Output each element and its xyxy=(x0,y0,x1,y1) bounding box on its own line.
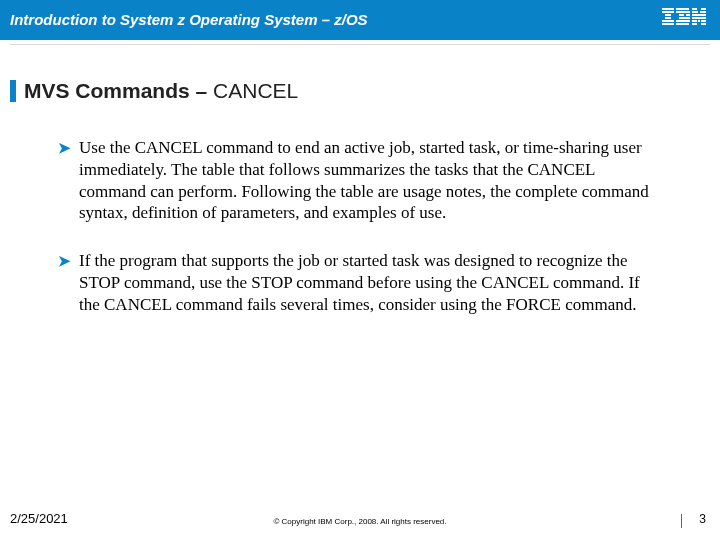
svg-rect-4 xyxy=(662,20,674,22)
list-item: ➤ If the program that supports the job o… xyxy=(58,250,662,315)
title-accent-bar xyxy=(10,80,16,102)
svg-rect-2 xyxy=(665,14,671,16)
footer-page-number: 3 xyxy=(699,512,706,526)
bullet-arrow-icon: ➤ xyxy=(58,137,71,224)
svg-rect-3 xyxy=(665,17,671,19)
svg-rect-9 xyxy=(686,14,690,16)
svg-rect-6 xyxy=(676,8,689,10)
svg-rect-19 xyxy=(699,14,706,16)
svg-rect-21 xyxy=(692,20,697,22)
svg-rect-7 xyxy=(676,11,690,13)
svg-rect-24 xyxy=(692,23,697,25)
header-divider xyxy=(10,44,710,45)
footer: 2/25/2021 3 xyxy=(0,511,720,526)
svg-rect-16 xyxy=(692,11,698,13)
list-item: ➤ Use the CANCEL command to end an activ… xyxy=(58,137,662,224)
svg-rect-25 xyxy=(701,23,706,25)
svg-rect-20 xyxy=(692,17,706,19)
bullet-text: If the program that supports the job or … xyxy=(79,250,662,315)
header-title: Introduction to System z Operating Syste… xyxy=(10,11,368,28)
bullet-arrow-icon: ➤ xyxy=(58,250,71,315)
svg-rect-10 xyxy=(679,17,690,19)
slide-title-bold: MVS Commands – xyxy=(24,79,213,102)
ibm-logo xyxy=(662,8,706,30)
svg-rect-14 xyxy=(692,8,697,10)
svg-rect-22 xyxy=(698,20,700,22)
content-area: ➤ Use the CANCEL command to end an activ… xyxy=(0,103,720,315)
slide-title-wrap: MVS Commands – CANCEL xyxy=(0,79,720,103)
svg-rect-17 xyxy=(700,11,706,13)
svg-rect-11 xyxy=(679,14,684,16)
header-bar: Introduction to System z Operating Syste… xyxy=(0,0,720,40)
footer-date: 2/25/2021 xyxy=(10,511,68,526)
svg-rect-15 xyxy=(701,8,706,10)
svg-rect-12 xyxy=(676,20,690,22)
slide-title: MVS Commands – CANCEL xyxy=(24,79,298,103)
bullet-text: Use the CANCEL command to end an active … xyxy=(79,137,662,224)
svg-rect-1 xyxy=(662,11,674,13)
slide-title-light: CANCEL xyxy=(213,79,298,102)
svg-rect-18 xyxy=(692,14,699,16)
svg-rect-0 xyxy=(662,8,674,10)
svg-rect-13 xyxy=(676,23,689,25)
svg-rect-5 xyxy=(662,23,674,25)
svg-rect-23 xyxy=(701,20,706,22)
